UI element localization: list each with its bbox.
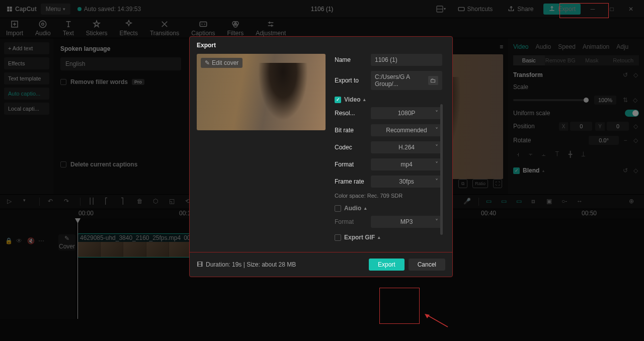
format-select[interactable]: mp4˅ (371, 158, 442, 170)
name-label: Name (335, 56, 366, 63)
film-icon: 🎞 (197, 261, 203, 268)
export-title: Export (190, 37, 452, 54)
export-cover-preview: ✎Edit cover (197, 54, 326, 130)
framerate-label: Frame rate (335, 178, 366, 185)
export-info: 🎞Duration: 19s | Size: about 28 MB (197, 261, 296, 268)
export-confirm-button[interactable]: Export (369, 259, 405, 271)
name-input[interactable]: 1106 (1) (371, 54, 442, 66)
video-section[interactable]: ✓Video▴ (335, 96, 442, 103)
format-label: Format (335, 161, 366, 168)
bitrate-select[interactable]: Recommended˅ (371, 124, 442, 136)
scrollbar[interactable] (440, 104, 443, 235)
gif-section[interactable]: Export GIF▴ (335, 234, 442, 241)
resolution-select[interactable]: 1080P˅ (371, 107, 442, 119)
edit-cover-button[interactable]: ✎Edit cover (201, 58, 243, 68)
audio-format-select[interactable]: MP3˅ (371, 216, 442, 228)
exportto-label: Export to (335, 77, 366, 84)
exportto-input[interactable]: C:/Users/G A Group/...🗀 (371, 71, 442, 90)
codec-label: Codec (335, 144, 366, 151)
export-dialog: Export ✎Edit cover Name1106 (1) Export t… (189, 36, 453, 277)
cancel-button[interactable]: Cancel (409, 259, 445, 271)
framerate-select[interactable]: 30fps˅ (371, 176, 442, 188)
folder-icon[interactable]: 🗀 (428, 76, 438, 85)
res-label: Resol... (335, 110, 366, 117)
bitrate-label: Bit rate (335, 127, 366, 134)
colorspace-note: Color space: Rec. 709 SDR (335, 193, 442, 199)
audio-section[interactable]: Audio▴ (335, 205, 442, 212)
aformat-label: Format (335, 218, 366, 225)
codec-select[interactable]: H.264˅ (371, 141, 442, 153)
pencil-icon: ✎ (205, 59, 210, 66)
